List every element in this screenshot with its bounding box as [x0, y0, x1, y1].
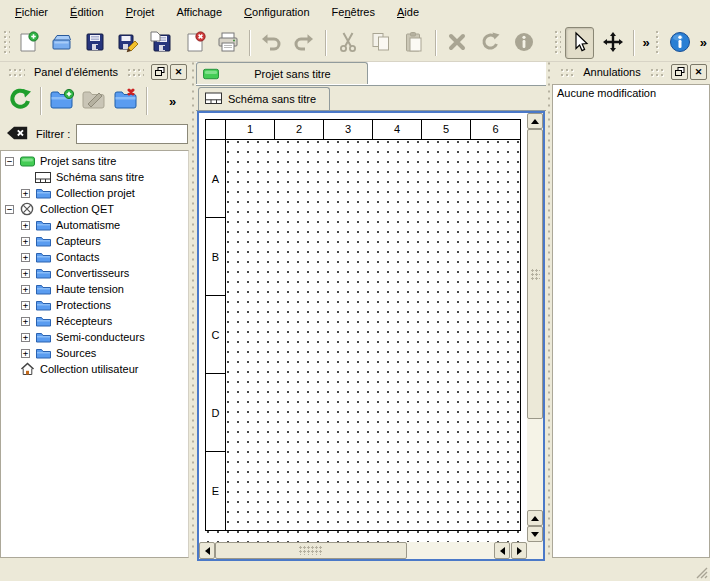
print-button[interactable] — [213, 27, 242, 59]
horizontal-scrollbar[interactable] — [199, 542, 527, 559]
toolbar-overflow-button[interactable]: » — [697, 35, 710, 50]
tree-item-collection-qet[interactable]: −Collection QET — [1, 201, 188, 217]
delete-button[interactable] — [443, 27, 472, 59]
move-arrows-icon — [602, 31, 624, 55]
scroll-up-button-2[interactable] — [527, 510, 543, 526]
menu-fichier[interactable]: Fichier — [4, 3, 59, 21]
save-button[interactable] — [80, 27, 109, 59]
undo-history-list[interactable]: Aucune modification — [552, 84, 710, 558]
save-all-button[interactable] — [147, 27, 176, 59]
menu-configuration[interactable]: Configuration — [233, 3, 320, 21]
elements-panel-title: Panel d'éléments — [30, 66, 122, 78]
expand-toggle[interactable]: + — [21, 333, 30, 342]
tree-item-label: Semi-conducteurs — [56, 331, 145, 343]
project-tab[interactable]: Projet sans titre — [196, 62, 368, 84]
scroll-up-button[interactable] — [527, 113, 543, 129]
menu-fenetres[interactable]: Fenêtres — [321, 3, 386, 21]
expand-toggle[interactable]: + — [21, 237, 30, 246]
toolbar-drag-handle[interactable] — [554, 30, 561, 56]
filter-input[interactable] — [76, 124, 188, 144]
tree-item-sources[interactable]: +Sources — [1, 345, 188, 361]
dock-float-button[interactable] — [671, 64, 688, 80]
collapse-toggle[interactable]: − — [5, 205, 14, 214]
clear-filter-icon[interactable] — [6, 126, 28, 142]
tree-item-project[interactable]: −Projet sans titre — [1, 153, 188, 169]
menu-affichage[interactable]: Affichage — [165, 3, 233, 21]
tree-item-recepteurs[interactable]: +Récepteurs — [1, 313, 188, 329]
tree-item-protections[interactable]: +Protections — [1, 297, 188, 313]
tree-item-capteurs[interactable]: +Capteurs — [1, 233, 188, 249]
expand-toggle[interactable]: + — [21, 349, 30, 358]
up-arrow-icon — [531, 516, 539, 521]
undo-button[interactable] — [257, 27, 286, 59]
new-category-button[interactable] — [46, 85, 78, 117]
redo-icon — [293, 31, 315, 55]
expand-toggle[interactable]: + — [21, 269, 30, 278]
save-as-button[interactable] — [114, 27, 143, 59]
scroll-left-button-2[interactable] — [494, 542, 510, 559]
dock-float-button[interactable] — [151, 64, 168, 80]
menu-edition[interactable]: Édition — [59, 3, 115, 21]
tree-item-contacts[interactable]: +Contacts — [1, 249, 188, 265]
toolbar-overflow-button[interactable]: » — [639, 35, 652, 50]
thumb-grip — [299, 546, 323, 555]
redo-button[interactable] — [290, 27, 319, 59]
expand-toggle[interactable]: + — [21, 317, 30, 326]
dock-close-button[interactable]: ✕ — [170, 64, 187, 80]
expand-toggle[interactable]: + — [21, 189, 30, 198]
new-document-button[interactable] — [14, 27, 43, 59]
dock-grip — [127, 68, 144, 77]
move-mode-button[interactable] — [598, 27, 627, 59]
scroll-right-button[interactable] — [511, 542, 527, 559]
tree-item-semi-conducteurs[interactable]: +Semi-conducteurs — [1, 329, 188, 345]
tree-item-convertisseurs[interactable]: +Convertisseurs — [1, 265, 188, 281]
down-arrow-icon — [531, 532, 539, 537]
tree-item-haute-tension[interactable]: +Haute tension — [1, 281, 188, 297]
horizontal-scroll-thumb[interactable] — [215, 542, 407, 559]
dock-grip — [8, 68, 25, 77]
folder-icon — [35, 218, 51, 232]
thumb-grip — [531, 269, 540, 280]
undo-panel-title: Annulations — [579, 66, 645, 78]
toolbar-drag-handle[interactable] — [3, 30, 10, 56]
tree-item-automatisme[interactable]: +Automatisme — [1, 217, 188, 233]
dock-close-button[interactable]: ✕ — [690, 64, 707, 80]
paste-button[interactable] — [399, 27, 428, 59]
resize-grip[interactable] — [694, 565, 708, 579]
scroll-left-button[interactable] — [199, 542, 215, 559]
collapse-toggle[interactable]: − — [5, 157, 14, 166]
expand-toggle[interactable]: + — [21, 253, 30, 262]
expand-toggle[interactable]: + — [21, 221, 30, 230]
select-mode-button[interactable] — [565, 27, 594, 59]
expand-toggle[interactable]: + — [21, 285, 30, 294]
toolbar-drag-handle[interactable] — [655, 30, 662, 56]
edit-category-button[interactable] — [78, 85, 110, 117]
undo-list-item[interactable]: Aucune modification — [553, 85, 709, 102]
tree-item-collection-utilisateur[interactable]: Collection utilisateur — [1, 361, 188, 377]
delete-category-button[interactable] — [110, 85, 142, 117]
copy-button[interactable] — [366, 27, 395, 59]
home-icon — [19, 362, 35, 376]
tree-item-schema[interactable]: Schéma sans titre — [1, 169, 188, 185]
rotate-button[interactable] — [476, 27, 505, 59]
tree-item-collection-projet[interactable]: +Collection projet — [1, 185, 188, 201]
row-header: C — [206, 296, 226, 374]
conductor-info-button[interactable] — [509, 27, 538, 59]
reload-collections-button[interactable] — [4, 85, 36, 117]
menu-aide[interactable]: Aide — [386, 3, 430, 21]
schema-tab[interactable]: Schéma sans titre — [198, 87, 330, 110]
toolbar-separator — [325, 30, 327, 56]
undo-panel-titlebar[interactable]: Annulations ✕ — [552, 62, 710, 82]
elements-panel-titlebar[interactable]: Panel d'éléments ✕ — [0, 62, 190, 82]
open-document-button[interactable] — [47, 27, 76, 59]
cut-button[interactable] — [333, 27, 362, 59]
expand-toggle[interactable]: + — [21, 301, 30, 310]
scroll-down-button[interactable] — [527, 526, 543, 542]
close-document-button[interactable] — [180, 27, 209, 59]
about-info-button[interactable] — [665, 27, 694, 59]
vertical-scrollbar[interactable] — [527, 113, 543, 542]
panel-overflow-button[interactable]: » — [166, 94, 179, 109]
diagram-canvas[interactable]: 1 2 3 4 5 6 A B C D E — [199, 113, 527, 542]
vertical-scroll-thumb[interactable] — [527, 129, 543, 419]
menu-projet[interactable]: Projet — [115, 3, 166, 21]
